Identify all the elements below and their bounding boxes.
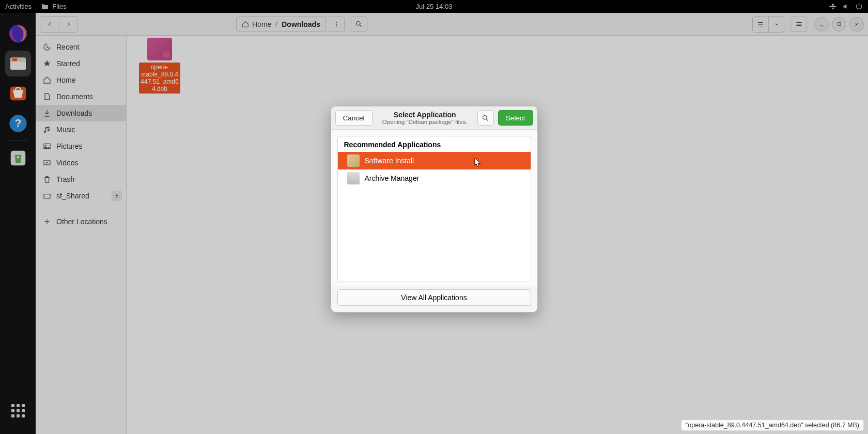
dialog-subtitle: Opening "Debian package" files. (377, 119, 473, 125)
dialog-search-button[interactable] (477, 110, 494, 126)
dialog-title: Select Application (377, 111, 473, 119)
app-row-label: Archive Manager (365, 174, 420, 182)
cancel-button[interactable]: Cancel (335, 110, 373, 126)
search-icon (482, 114, 489, 122)
archive-manager-icon (347, 172, 360, 184)
status-bar: "opera-stable_89.0.4447.51_amd64.deb" se… (681, 420, 864, 431)
select-button[interactable]: Select (498, 110, 533, 126)
dialog-header: Cancel Select Application Opening "Debia… (331, 106, 537, 130)
application-list: Software Install Archive Manager (337, 152, 531, 282)
software-install-icon (347, 154, 360, 167)
select-application-dialog: Cancel Select Application Opening "Debia… (331, 106, 538, 313)
app-row-label: Software Install (365, 157, 414, 165)
dialog-heading: Recommended Applications (337, 136, 531, 152)
app-row-archive-manager[interactable]: Archive Manager (338, 169, 531, 187)
modal-overlay: Cancel Select Application Opening "Debia… (0, 0, 868, 434)
svg-point-17 (483, 115, 487, 119)
app-row-software-install[interactable]: Software Install (338, 152, 531, 169)
view-all-applications-button[interactable]: View All Applications (337, 289, 531, 306)
